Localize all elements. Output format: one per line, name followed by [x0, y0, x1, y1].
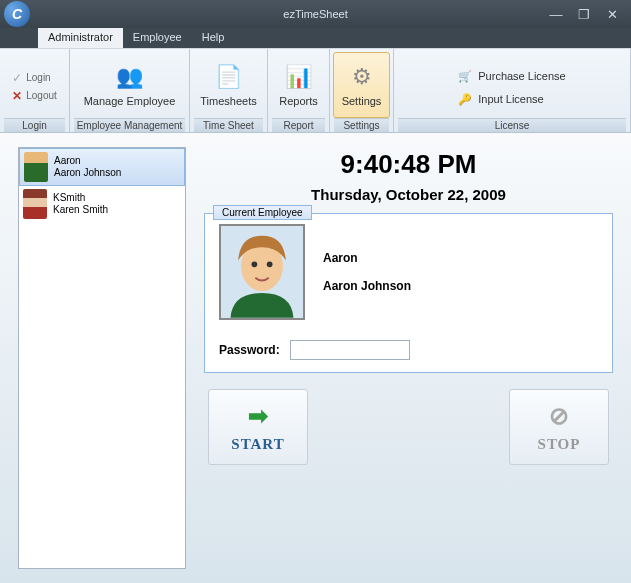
cart-icon: 🛒	[458, 70, 472, 83]
avatar-icon	[24, 152, 48, 182]
clock-time: 9:40:48 PM	[204, 149, 613, 180]
purchase-license-button[interactable]: 🛒Purchase License	[450, 67, 573, 86]
group-license-label: License	[398, 118, 626, 132]
input-license-button[interactable]: 🔑Input License	[450, 90, 573, 109]
employee-avatar	[219, 224, 305, 320]
panel-legend: Current Employee	[213, 205, 312, 220]
chart-icon: 📊	[285, 63, 313, 91]
stop-button[interactable]: ⊘ STOP	[509, 389, 609, 465]
manage-employee-button[interactable]: 👥 Manage Employee	[75, 52, 185, 118]
app-window: C ezTimeSheet — ❐ ✕ Administrator Employ…	[0, 0, 631, 583]
users-icon: 👥	[115, 63, 143, 91]
employee-list-item[interactable]: Aaron Aaron Johnson	[19, 148, 185, 186]
window-title: ezTimeSheet	[283, 8, 347, 20]
clock-date: Thursday, October 22, 2009	[204, 186, 613, 203]
avatar-icon	[23, 189, 47, 219]
menubar: Administrator Employee Help	[0, 28, 631, 48]
group-timesheet-label: Time Sheet	[194, 118, 263, 132]
stop-icon: ⊘	[549, 402, 570, 430]
app-icon: C	[4, 1, 30, 27]
main-pane: 9:40:48 PM Thursday, October 22, 2009 Cu…	[204, 147, 613, 569]
ribbon: ✓Login ✕Logout Login 👥 Manage Employee E…	[0, 48, 631, 133]
close-button[interactable]: ✕	[603, 7, 621, 21]
svg-point-3	[267, 262, 273, 268]
login-button[interactable]: ✓Login	[12, 71, 57, 85]
logout-button[interactable]: ✕Logout	[12, 89, 57, 103]
menu-administrator[interactable]: Administrator	[38, 28, 123, 48]
password-label: Password:	[219, 343, 280, 357]
group-report-label: Report	[272, 118, 325, 132]
current-employee-panel: Current Employee Aaron Aaron Johnson	[204, 213, 613, 373]
menu-employee[interactable]: Employee	[123, 28, 192, 48]
svg-point-2	[252, 262, 258, 268]
employee-first-name: Aaron	[323, 251, 411, 265]
employee-full-name: Aaron Johnson	[323, 279, 411, 293]
timesheets-button[interactable]: 📄 Timesheets	[191, 52, 265, 118]
titlebar: C ezTimeSheet — ❐ ✕	[0, 0, 631, 28]
start-button[interactable]: ➡ START	[208, 389, 308, 465]
content-area: Aaron Aaron Johnson KSmith Karen Smith 9…	[0, 133, 631, 583]
reports-button[interactable]: 📊 Reports	[270, 52, 327, 118]
settings-button[interactable]: ⚙ Settings	[333, 52, 391, 118]
password-input[interactable]	[290, 340, 410, 360]
document-icon: 📄	[215, 63, 243, 91]
employee-list: Aaron Aaron Johnson KSmith Karen Smith	[18, 147, 186, 569]
minimize-button[interactable]: —	[547, 7, 565, 21]
group-login-label: Login	[4, 118, 65, 132]
menu-help[interactable]: Help	[192, 28, 235, 48]
group-employee-label: Employee Management	[74, 118, 185, 132]
key-icon: 🔑	[458, 93, 472, 106]
employee-list-item[interactable]: KSmith Karen Smith	[19, 186, 185, 222]
check-icon: ✓	[12, 71, 22, 85]
x-icon: ✕	[12, 89, 22, 103]
group-settings-label: Settings	[334, 118, 389, 132]
maximize-button[interactable]: ❐	[575, 7, 593, 21]
arrow-right-icon: ➡	[248, 402, 269, 430]
gear-icon: ⚙	[348, 63, 376, 91]
